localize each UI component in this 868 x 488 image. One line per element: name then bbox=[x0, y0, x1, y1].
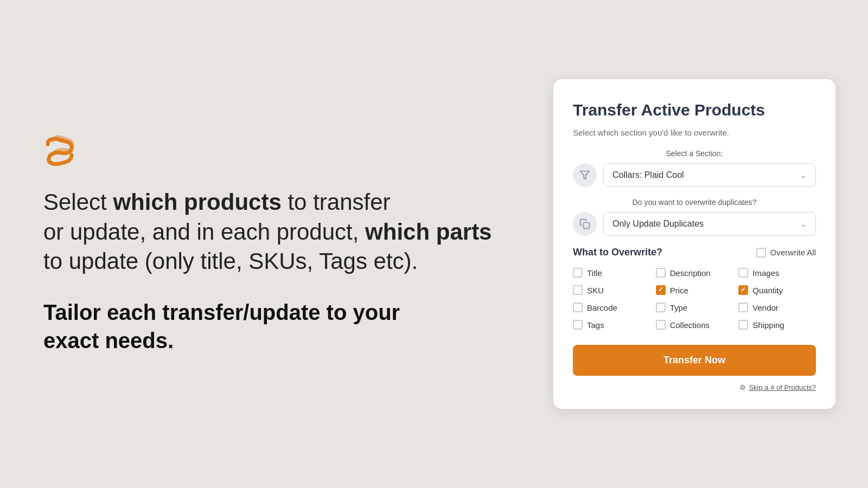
dialog-subtitle: Select which section you'd like to overw… bbox=[573, 128, 816, 137]
checkbox-item-images[interactable]: Images bbox=[738, 268, 816, 278]
overwrite-all-checkbox[interactable] bbox=[756, 248, 766, 258]
checkbox-item-barcode[interactable]: Barcode bbox=[573, 303, 650, 312]
svg-marker-0 bbox=[580, 171, 590, 179]
checkbox-label-barcode[interactable]: Barcode bbox=[587, 303, 617, 312]
duplicates-label: Do you want to overwrite duplicates? bbox=[573, 198, 816, 207]
checkbox-item-collections[interactable]: Collections bbox=[656, 320, 733, 330]
section-select-row: Collars: Plaid Cool ⌄ bbox=[573, 163, 816, 187]
section-dropdown[interactable]: Collars: Plaid Cool ⌄ bbox=[603, 163, 816, 187]
hero-text: Select which products to transfer or upd… bbox=[43, 188, 521, 277]
checkbox-item-quantity[interactable]: Quantity bbox=[738, 285, 816, 295]
checkbox-grid: TitleDescriptionImagesSKUPriceQuantityBa… bbox=[573, 268, 816, 330]
checkbox-shipping[interactable] bbox=[738, 320, 748, 330]
checkbox-item-tags[interactable]: Tags bbox=[573, 320, 650, 330]
duplicates-select-row: Only Update Duplicates ⌄ bbox=[573, 212, 816, 236]
checkbox-price[interactable] bbox=[656, 285, 666, 295]
checkbox-item-sku[interactable]: SKU bbox=[573, 285, 650, 295]
what-to-overwrite-header: What to Overwrite? Overwrite All bbox=[573, 247, 816, 258]
checkbox-label-shipping[interactable]: Shipping bbox=[752, 320, 784, 330]
duplicates-dropdown-value: Only Update Duplicates bbox=[612, 219, 704, 229]
left-panel: Select which products to transfer or upd… bbox=[0, 90, 553, 398]
checkbox-label-price[interactable]: Price bbox=[670, 286, 688, 295]
checkbox-label-tags[interactable]: Tags bbox=[587, 320, 604, 330]
checkbox-item-price[interactable]: Price bbox=[656, 285, 733, 295]
filter-icon-circle bbox=[573, 163, 597, 187]
svg-rect-1 bbox=[584, 223, 590, 229]
checkbox-title[interactable] bbox=[573, 268, 583, 278]
skip-link-row: ⚙ Skip a # of Products? bbox=[573, 383, 816, 391]
checkbox-label-images[interactable]: Images bbox=[752, 268, 779, 278]
brand-logo bbox=[43, 133, 76, 166]
checkbox-tags[interactable] bbox=[573, 320, 583, 330]
checkbox-description[interactable] bbox=[656, 268, 666, 278]
transfer-dialog: Transfer Active Products Select which se… bbox=[553, 79, 835, 409]
checkbox-label-sku[interactable]: SKU bbox=[587, 286, 604, 295]
checkbox-label-quantity[interactable]: Quantity bbox=[752, 286, 783, 295]
checkbox-item-type[interactable]: Type bbox=[656, 303, 733, 312]
settings-icon: ⚙ bbox=[739, 383, 746, 391]
checkbox-sku[interactable] bbox=[573, 285, 583, 295]
checkbox-collections[interactable] bbox=[656, 320, 666, 330]
checkbox-label-type[interactable]: Type bbox=[670, 303, 688, 312]
checkbox-label-vendor[interactable]: Vendor bbox=[752, 303, 778, 312]
skip-products-link[interactable]: Skip a # of Products? bbox=[749, 383, 816, 391]
checkbox-item-description[interactable]: Description bbox=[656, 268, 733, 278]
checkbox-quantity[interactable] bbox=[738, 285, 748, 295]
dialog-title: Transfer Active Products bbox=[573, 101, 816, 119]
copy-icon-circle bbox=[573, 212, 597, 236]
transfer-now-button[interactable]: Transfer Now bbox=[573, 345, 816, 376]
hero-bold-parts: which parts bbox=[365, 219, 492, 245]
checkbox-label-description[interactable]: Description bbox=[670, 268, 711, 278]
chevron-down-icon-2: ⌄ bbox=[800, 220, 807, 228]
checkbox-images[interactable] bbox=[738, 268, 748, 278]
checkbox-barcode[interactable] bbox=[573, 303, 583, 312]
checkbox-item-shipping[interactable]: Shipping bbox=[738, 320, 816, 330]
checkbox-type[interactable] bbox=[656, 303, 666, 312]
hero-bold-products: which products bbox=[113, 189, 281, 215]
checkbox-item-vendor[interactable]: Vendor bbox=[738, 303, 816, 312]
checkbox-label-collections[interactable]: Collections bbox=[670, 320, 710, 330]
overwrite-all-label[interactable]: Overwrite All bbox=[770, 248, 816, 257]
sub-text: Tailor each transfer/update to yourexact… bbox=[43, 298, 521, 355]
section-label: Select a Section: bbox=[573, 149, 816, 158]
checkbox-label-title[interactable]: Title bbox=[587, 268, 602, 278]
what-to-overwrite-title: What to Overwrite? bbox=[573, 247, 662, 258]
checkbox-vendor[interactable] bbox=[738, 303, 748, 312]
chevron-down-icon: ⌄ bbox=[800, 171, 807, 179]
section-dropdown-value: Collars: Plaid Cool bbox=[612, 170, 684, 180]
checkbox-item-title[interactable]: Title bbox=[573, 268, 650, 278]
overwrite-all-row[interactable]: Overwrite All bbox=[756, 248, 816, 258]
duplicates-dropdown[interactable]: Only Update Duplicates ⌄ bbox=[603, 212, 816, 236]
